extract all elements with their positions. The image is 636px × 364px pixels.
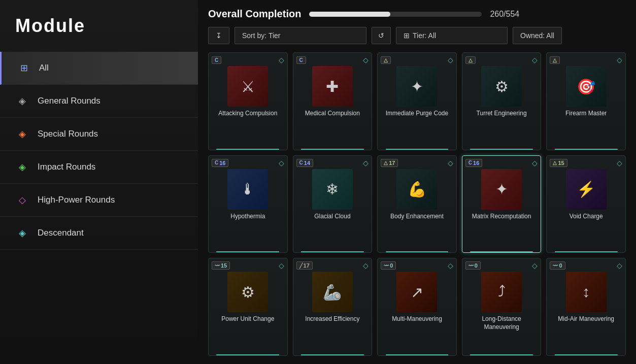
module-card-increased-efficiency[interactable]: ╱17 ◇ 🦾 Increased Efficiency [293,258,373,356]
card-name-void-charge: Void Charge [570,213,603,221]
filter-row: ↧ Sort by: Tier ↺ ⊞ Tier: All Owned: All [208,27,626,44]
card-image-turret-engineering: ⚙ [481,66,522,107]
favorite-icon-power-unit-change[interactable]: ◇ [279,261,284,270]
card-image-inner-multi-maneuvering: ↗ [396,272,437,312]
favorite-icon-long-distance-maneuvering[interactable]: ◇ [532,261,538,270]
module-card-immediate-purge-code[interactable]: △ ◇ ✦ Immediate Purge Code [377,52,457,150]
tier-badge-multi-maneuvering: 〰0 [381,261,396,270]
card-image-inner-immediate-purge-code: ✦ [396,66,437,107]
card-image-mid-air-maneuvering: ↕ [566,272,607,312]
all-icon: ⊞ [17,61,31,75]
completion-bar-fill [309,12,390,17]
favorite-icon-immediate-purge-code[interactable]: ◇ [448,56,453,64]
card-top-body-enhancement: △17 ◇ [381,159,453,167]
card-image-increased-efficiency: 🦾 [312,272,353,312]
tier-sym-attacking-compulsion: C [215,57,218,63]
module-card-mid-air-maneuvering[interactable]: 〰0 ◇ ↕ Mid-Air Maneuvering [546,258,626,356]
card-name-matrix-recomputation: Matrix Recomputation [472,213,531,221]
card-image-inner-attacking-compulsion: ⚔ [227,66,268,107]
card-image-inner-hypothermia: 🌡 [227,169,268,210]
tier-sym-void-charge: △ [553,160,557,166]
sort-label: Sort by: Tier [242,31,280,40]
module-card-void-charge[interactable]: △15 ◇ ⚡ Void Charge [546,155,626,253]
favorite-icon-body-enhancement[interactable]: ◇ [448,159,453,167]
favorite-icon-mid-air-maneuvering[interactable]: ◇ [617,261,622,270]
module-card-power-unit-change[interactable]: 〰15 ◇ ⚙ Power Unit Change [208,258,288,356]
module-card-long-distance-maneuvering[interactable]: 〰0 ◇ ⤴ Long-Distance Maneuvering [462,258,542,356]
favorite-icon-hypothermia[interactable]: ◇ [279,159,284,167]
favorite-icon-multi-maneuvering[interactable]: ◇ [448,261,453,270]
highpower-icon: ◇ [15,193,29,207]
sidebar-item-highpower[interactable]: ◇ High-Power Rounds [0,184,198,217]
tier-sym-immediate-purge-code: △ [384,57,388,63]
card-top-multi-maneuvering: 〰0 ◇ [381,261,453,270]
favorite-icon-medical-compulsion[interactable]: ◇ [363,56,369,64]
tier-badge-void-charge: △15 [550,159,567,167]
card-image-inner-mid-air-maneuvering: ↕ [566,272,607,312]
card-top-increased-efficiency: ╱17 ◇ [296,261,369,270]
tier-sym-mid-air-maneuvering: 〰 [553,263,558,269]
sidebar-item-special[interactable]: ◈ Special Rounds [0,118,198,151]
card-image-void-charge: ⚡ [566,169,607,210]
card-image-inner-increased-efficiency: 🦾 [312,272,353,312]
card-image-inner-void-charge: ⚡ [566,169,607,210]
card-image-long-distance-maneuvering: ⤴ [481,272,522,312]
favorite-icon-matrix-recomputation[interactable]: ◇ [532,159,538,167]
card-top-power-unit-change: 〰15 ◇ [212,261,284,270]
module-card-multi-maneuvering[interactable]: 〰0 ◇ ↗ Multi-Maneuvering [377,258,457,356]
module-card-hypothermia[interactable]: C16 ◇ 🌡 Hypothermia [208,155,288,253]
favorite-icon-turret-engineering[interactable]: ◇ [532,56,538,64]
tier-sym-long-distance-maneuvering: 〰 [468,263,474,269]
reset-button[interactable]: ↺ [372,27,391,44]
module-card-medical-compulsion[interactable]: C ◇ ✚ Medical Compulsion [293,52,373,150]
sidebar-item-label-highpower: High-Power Rounds [38,195,115,205]
sidebar: Module ⊞ All ◈ General Rounds ◈ Special … [0,0,198,364]
sidebar-item-label-general: General Rounds [38,96,101,106]
tier-badge-glacial-cloud: C14 [296,159,313,167]
tier-badge-power-unit-change: 〰15 [212,261,230,270]
tier-sym-turret-engineering: △ [468,57,473,63]
sidebar-item-label-special: Special Rounds [38,129,98,139]
card-top-mid-air-maneuvering: 〰0 ◇ [550,261,622,270]
module-card-glacial-cloud[interactable]: C14 ◇ ❄ Glacial Cloud [293,155,373,253]
module-card-firearm-master[interactable]: △ ◇ 🎯 Firearm Master [546,52,626,150]
tier-badge-attacking-compulsion: C [212,56,221,64]
card-image-inner-medical-compulsion: ✚ [312,66,353,107]
favorite-icon-firearm-master[interactable]: ◇ [617,56,622,64]
sort-by-button[interactable]: Sort by: Tier [235,27,366,44]
sidebar-item-all[interactable]: ⊞ All [0,52,198,85]
card-name-increased-efficiency: Increased Efficiency [305,315,359,323]
card-image-multi-maneuvering: ↗ [396,272,437,312]
favorite-icon-glacial-cloud[interactable]: ◇ [363,159,369,167]
card-top-matrix-recomputation: C16 ◇ [465,159,538,167]
card-name-immediate-purge-code: Immediate Purge Code [386,110,448,118]
favorite-icon-attacking-compulsion[interactable]: ◇ [279,56,284,64]
card-name-multi-maneuvering: Multi-Maneuvering [392,315,442,323]
general-icon: ◈ [15,94,29,108]
sidebar-item-impact[interactable]: ◈ Impact Rounds [0,151,198,184]
module-card-attacking-compulsion[interactable]: C ◇ ⚔ Attacking Compulsion [208,52,288,150]
card-top-hypothermia: C16 ◇ [212,159,284,167]
card-top-glacial-cloud: C14 ◇ [296,159,369,167]
filter-sort-icon-btn[interactable]: ↧ [208,27,229,44]
tier-sym-multi-maneuvering: 〰 [384,263,389,269]
tier-badge-body-enhancement: △17 [381,159,398,167]
tier-filter-button[interactable]: ⊞ Tier: All [396,27,508,44]
card-image-inner-matrix-recomputation: ✦ [481,169,522,210]
module-card-body-enhancement[interactable]: △17 ◇ 💪 Body Enhancement [377,155,457,253]
tier-badge-firearm-master: △ [550,56,560,64]
module-card-turret-engineering[interactable]: △ ◇ ⚙ Turret Engineering [462,52,542,150]
module-card-matrix-recomputation[interactable]: C16 ◇ ✦ Matrix Recomputation [462,155,542,253]
owned-filter-button[interactable]: Owned: All [513,27,562,44]
card-image-inner-glacial-cloud: ❄ [312,169,353,210]
sidebar-item-general[interactable]: ◈ General Rounds [0,85,198,118]
favorite-icon-void-charge[interactable]: ◇ [617,159,622,167]
sidebar-item-descendant[interactable]: ◈ Descendant [0,217,198,250]
completion-label: Overall Completion [208,8,301,20]
card-name-mid-air-maneuvering: Mid-Air Maneuvering [558,315,614,323]
tier-label: Tier: All [413,31,436,40]
descendant-icon: ◈ [15,226,29,240]
favorite-icon-increased-efficiency[interactable]: ◇ [363,261,369,270]
reset-icon: ↺ [378,31,384,40]
card-image-immediate-purge-code: ✦ [396,66,437,107]
